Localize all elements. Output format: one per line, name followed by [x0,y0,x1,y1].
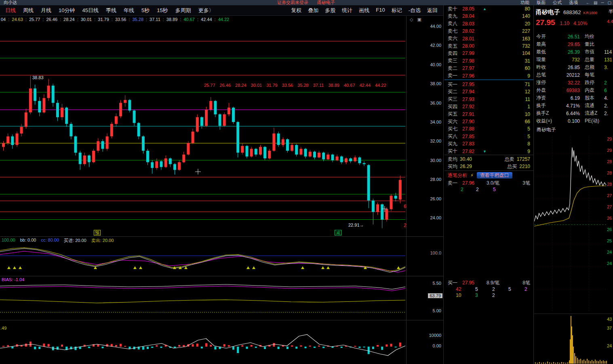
bias-params: BIAS: -1.04 [2,277,24,282]
ask-level-row[interactable]: 卖一27.969 [444,72,533,80]
histogram-pane[interactable] [0,320,406,364]
bid-level-row[interactable]: 买五27.9110 [444,111,533,118]
toolbar-tool[interactable]: 统计 [339,7,356,14]
y-axis-tick: 40.00 [430,62,441,67]
separator: : [42,17,44,22]
toolbar-tool[interactable]: 返回 [424,7,441,14]
view-depth-button[interactable]: 查看千档盘口 [477,172,512,179]
menu-item[interactable]: 版面 [533,0,549,5]
total-label: 总买 [507,163,517,170]
separator: : [112,17,113,22]
level-label: 买八 [448,133,462,140]
tick-num: 3 [475,292,478,298]
total-value: 2210 [519,164,530,169]
period-tab[interactable]: 季线 [102,7,120,14]
menu-item[interactable]: 公式 [549,0,565,5]
quote-label: 涨停 [536,79,557,86]
toolbar-tool[interactable]: 叠加 [305,7,322,14]
level-volume: 5 [527,126,530,132]
level-price: 27.95 [462,82,482,87]
level-value: 31.79 [98,17,109,22]
ask-level-row[interactable]: 卖二27.9760 [444,65,533,72]
bid-level-row[interactable]: 买一27.9571 [444,81,533,88]
period-tab[interactable]: 月线 [37,7,55,14]
y-axis-tick: 28.00 [430,177,441,182]
period-tab[interactable]: 45日线 [78,7,102,14]
bid-level-row[interactable]: 买三27.9311 [444,96,533,103]
period-tab[interactable]: 日线 [2,7,19,14]
minimize-icon[interactable]: ─ [601,0,604,5]
bid-level-row[interactable]: 买九27.838 [444,140,533,147]
ask-level-row[interactable]: 卖五28.00732 [444,42,533,50]
separator: : [215,17,216,22]
period-tab[interactable]: 更多〉 [195,7,218,14]
ask-level-row[interactable]: 卖八28.0320 [444,20,533,27]
bias-pane[interactable] [0,276,406,320]
bid-level-row[interactable]: 买八27.855 [444,133,533,140]
bid-level-row[interactable]: 买十27.82▼9 [444,148,533,155]
price-trend-icon: ▼ [483,149,487,154]
menu-item[interactable]: 功能 [517,0,533,5]
ask-level-row[interactable]: 卖三27.9831 [444,57,533,65]
mini-axis-tick: 26 [607,227,612,232]
quote-label: 流通Z [585,110,604,117]
level-label: 卖六 [448,35,462,42]
level-value: 35.28 [132,17,143,22]
toolbar-tool[interactable]: 标记 [388,7,405,14]
ask-level-row[interactable]: 卖十28.05▲80 [444,5,533,13]
period-tab[interactable]: 15秒 [153,7,171,14]
pane3-axis-label: 10000 [429,333,441,338]
price-change-pct: 4.10% [573,21,587,26]
level-price: 27.99 [462,50,482,56]
ask-level-row[interactable]: 卖六28.01163 [444,35,533,42]
toolbar-tool[interactable]: F10 [373,7,388,14]
bid-level-row[interactable]: 买四27.921 [444,103,533,110]
menu-item[interactable]: 向小达 [0,0,21,5]
ask-level-row[interactable]: 卖七28.02227 [444,27,533,35]
quote-value: 6.19 [557,95,580,101]
login-status[interactable]: 证券交易未登录 [277,0,308,5]
y-axis-tick: 26.00 [430,196,441,201]
bid-level-row[interactable]: 买二27.9412 [444,88,533,95]
toolbar-tool[interactable]: 复权 [288,7,305,14]
bid-level-row[interactable]: 买六27.9066 [444,118,533,125]
toolbar-tool[interactable]: 多股 [322,7,339,14]
buy-summary-row: 买均26.29总买2210 [444,163,533,170]
level-volume: 163 [522,36,530,42]
quote-label: 外盘 [536,87,557,94]
period-tab[interactable]: 5秒 [138,7,153,14]
quote-row: 换手Z6.44%流通Z2. [534,109,613,117]
ask-level-row[interactable]: 卖九28.04140 [444,13,533,20]
separator: : [163,17,164,22]
total-value: 17257 [517,156,530,162]
separator: : [180,17,181,22]
intraday-mini-chart[interactable] [534,134,607,364]
indicator-param: 100.00 [2,238,15,244]
toolbar-tool[interactable]: 画线 [356,7,373,14]
layout-icon[interactable]: ▤ [594,0,597,5]
period-tab[interactable]: 年线 [120,7,138,14]
quote-price-row: 27.95 1.10 4.10% [536,18,587,27]
bid-level-row[interactable]: 买七27.885 [444,125,533,133]
quote-label: 总额 [585,64,604,71]
candlestick-chart[interactable] [0,22,406,236]
level-price: 27.96 [462,73,482,79]
tab-tick-analysis[interactable]: 逐笔分析 [448,172,467,179]
avg-value: 26.29 [460,164,472,169]
tick-num: 2 [492,292,495,298]
ask-level-row[interactable]: 卖四27.99104 [444,50,533,57]
chart-tools: 复权叠加多股统计画线F10标记-自选返回 [288,7,443,14]
tick-num: 2 [461,187,463,192]
back-icon[interactable]: ← [586,0,590,5]
period-tab[interactable]: 周线 [19,7,37,14]
quote-label: 最高 [536,41,557,48]
menu-item[interactable]: 选项 [565,0,581,5]
toolbar-tool[interactable]: -自选 [405,7,424,14]
period-tab[interactable]: 多周期 [172,7,195,14]
quote-row: 现量732总量131 [534,56,613,63]
period-tab[interactable]: 10分钟 [55,7,78,14]
price-axis: 44.0042.0040.0038.0036.0034.0032.0030.00… [407,16,443,364]
total-label: 总卖 [505,156,514,163]
quote-header: 甬矽电子 688362 KR1000 [536,8,597,16]
avg-value: 30.40 [460,156,472,162]
